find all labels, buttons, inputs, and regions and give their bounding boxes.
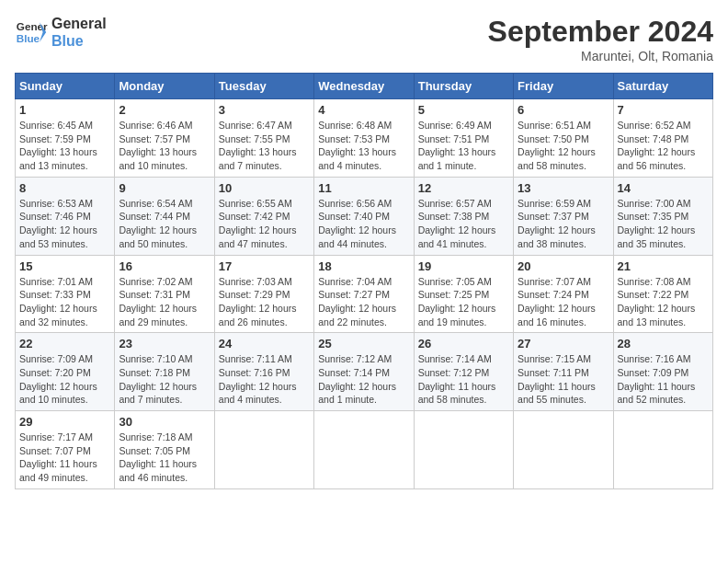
weekday-header-thursday: Thursday	[414, 74, 513, 99]
day-info: Sunrise: 6:52 AM Sunset: 7:48 PM Dayligh…	[618, 119, 709, 173]
calendar-cell: 9Sunrise: 6:54 AM Sunset: 7:44 PM Daylig…	[115, 177, 214, 255]
weekday-header-saturday: Saturday	[613, 74, 712, 99]
day-info: Sunrise: 7:11 AM Sunset: 7:16 PM Dayligh…	[219, 352, 310, 407]
calendar-cell: 10Sunrise: 6:55 AM Sunset: 7:42 PM Dayli…	[214, 177, 313, 255]
logo-general: General	[51, 15, 107, 32]
day-number: 16	[119, 259, 210, 273]
day-info: Sunrise: 7:14 AM Sunset: 7:12 PM Dayligh…	[418, 352, 509, 407]
calendar-cell	[414, 411, 513, 489]
calendar-cell: 16Sunrise: 7:02 AM Sunset: 7:31 PM Dayli…	[115, 255, 214, 333]
day-number: 14	[618, 181, 709, 195]
day-number: 15	[19, 259, 110, 273]
day-info: Sunrise: 6:46 AM Sunset: 7:57 PM Dayligh…	[119, 119, 210, 173]
day-info: Sunrise: 7:07 AM Sunset: 7:24 PM Dayligh…	[518, 275, 609, 329]
calendar-cell	[214, 411, 313, 489]
calendar-cell: 3Sunrise: 6:47 AM Sunset: 7:55 PM Daylig…	[214, 99, 313, 178]
day-number: 2	[119, 103, 210, 117]
day-number: 24	[219, 337, 310, 350]
day-number: 17	[219, 259, 310, 273]
day-info: Sunrise: 7:00 AM Sunset: 7:35 PM Dayligh…	[618, 197, 709, 251]
calendar-cell: 29Sunrise: 7:17 AM Sunset: 7:07 PM Dayli…	[16, 411, 115, 489]
calendar-cell: 24Sunrise: 7:11 AM Sunset: 7:16 PM Dayli…	[214, 333, 313, 411]
calendar-cell	[514, 411, 613, 489]
day-info: Sunrise: 6:53 AM Sunset: 7:46 PM Dayligh…	[19, 197, 110, 251]
calendar-cell: 1Sunrise: 6:45 AM Sunset: 7:59 PM Daylig…	[16, 99, 115, 178]
calendar-cell: 7Sunrise: 6:52 AM Sunset: 7:48 PM Daylig…	[613, 99, 712, 178]
day-number: 3	[219, 103, 310, 117]
calendar-cell: 17Sunrise: 7:03 AM Sunset: 7:29 PM Dayli…	[214, 255, 313, 333]
day-number: 18	[318, 259, 409, 273]
calendar-cell: 5Sunrise: 6:49 AM Sunset: 7:51 PM Daylig…	[414, 99, 513, 178]
day-number: 12	[418, 181, 509, 195]
day-number: 6	[518, 103, 609, 117]
title-block: September 2024 Maruntei, Olt, Romania	[488, 15, 713, 63]
day-info: Sunrise: 6:54 AM Sunset: 7:44 PM Dayligh…	[119, 197, 210, 251]
day-number: 4	[318, 103, 409, 117]
day-number: 29	[19, 415, 110, 429]
day-info: Sunrise: 7:17 AM Sunset: 7:07 PM Dayligh…	[19, 431, 110, 485]
day-number: 26	[418, 337, 509, 350]
day-info: Sunrise: 7:03 AM Sunset: 7:29 PM Dayligh…	[219, 275, 310, 329]
day-number: 10	[219, 181, 310, 195]
day-number: 19	[418, 259, 509, 273]
day-number: 5	[418, 103, 509, 117]
calendar-cell: 28Sunrise: 7:16 AM Sunset: 7:09 PM Dayli…	[613, 333, 712, 411]
calendar-cell: 12Sunrise: 6:57 AM Sunset: 7:38 PM Dayli…	[414, 177, 513, 255]
calendar-table: SundayMondayTuesdayWednesdayThursdayFrid…	[15, 73, 713, 489]
calendar-cell: 2Sunrise: 6:46 AM Sunset: 7:57 PM Daylig…	[115, 99, 214, 178]
day-info: Sunrise: 7:16 AM Sunset: 7:09 PM Dayligh…	[618, 352, 709, 407]
day-info: Sunrise: 7:12 AM Sunset: 7:14 PM Dayligh…	[318, 352, 409, 407]
day-info: Sunrise: 7:10 AM Sunset: 7:18 PM Dayligh…	[119, 352, 210, 407]
calendar-cell: 21Sunrise: 7:08 AM Sunset: 7:22 PM Dayli…	[613, 255, 712, 333]
day-number: 7	[618, 103, 709, 117]
logo-blue: Blue	[51, 32, 107, 50]
day-info: Sunrise: 6:45 AM Sunset: 7:59 PM Dayligh…	[19, 119, 110, 173]
calendar-cell: 6Sunrise: 6:51 AM Sunset: 7:50 PM Daylig…	[514, 99, 613, 178]
day-info: Sunrise: 6:59 AM Sunset: 7:37 PM Dayligh…	[518, 197, 609, 251]
day-number: 22	[19, 337, 110, 350]
calendar-cell: 8Sunrise: 6:53 AM Sunset: 7:46 PM Daylig…	[16, 177, 115, 255]
day-info: Sunrise: 6:49 AM Sunset: 7:51 PM Dayligh…	[418, 119, 509, 173]
svg-text:Blue: Blue	[17, 32, 40, 44]
day-info: Sunrise: 6:55 AM Sunset: 7:42 PM Dayligh…	[219, 197, 310, 251]
day-number: 30	[119, 415, 210, 429]
day-number: 11	[318, 181, 409, 195]
weekday-header-wednesday: Wednesday	[314, 74, 414, 99]
day-info: Sunrise: 7:02 AM Sunset: 7:31 PM Dayligh…	[119, 275, 210, 329]
calendar-cell: 13Sunrise: 6:59 AM Sunset: 7:37 PM Dayli…	[514, 177, 613, 255]
logo-icon: General Blue	[15, 16, 48, 49]
calendar-cell: 30Sunrise: 7:18 AM Sunset: 7:05 PM Dayli…	[115, 411, 214, 489]
day-number: 28	[618, 337, 709, 350]
logo: General Blue General Blue	[15, 15, 107, 50]
day-number: 13	[518, 181, 609, 195]
calendar-cell	[314, 411, 414, 489]
calendar-cell: 15Sunrise: 7:01 AM Sunset: 7:33 PM Dayli…	[16, 255, 115, 333]
day-number: 23	[119, 337, 210, 350]
day-number: 21	[618, 259, 709, 273]
calendar-cell: 19Sunrise: 7:05 AM Sunset: 7:25 PM Dayli…	[414, 255, 513, 333]
calendar-cell: 20Sunrise: 7:07 AM Sunset: 7:24 PM Dayli…	[514, 255, 613, 333]
day-info: Sunrise: 7:08 AM Sunset: 7:22 PM Dayligh…	[618, 275, 709, 329]
day-info: Sunrise: 6:57 AM Sunset: 7:38 PM Dayligh…	[418, 197, 509, 251]
day-info: Sunrise: 6:47 AM Sunset: 7:55 PM Dayligh…	[219, 119, 310, 173]
day-number: 27	[518, 337, 609, 350]
page-header: General Blue General Blue September 2024…	[15, 15, 713, 63]
calendar-cell: 22Sunrise: 7:09 AM Sunset: 7:20 PM Dayli…	[16, 333, 115, 411]
day-number: 25	[318, 337, 409, 350]
day-number: 9	[119, 181, 210, 195]
day-info: Sunrise: 7:09 AM Sunset: 7:20 PM Dayligh…	[19, 352, 110, 407]
day-number: 1	[19, 103, 110, 117]
day-info: Sunrise: 7:04 AM Sunset: 7:27 PM Dayligh…	[318, 275, 409, 329]
day-number: 20	[518, 259, 609, 273]
calendar-cell: 18Sunrise: 7:04 AM Sunset: 7:27 PM Dayli…	[314, 255, 414, 333]
day-info: Sunrise: 6:51 AM Sunset: 7:50 PM Dayligh…	[518, 119, 609, 173]
month-title: September 2024	[488, 15, 713, 49]
day-number: 8	[19, 181, 110, 195]
calendar-cell	[613, 411, 712, 489]
day-info: Sunrise: 6:56 AM Sunset: 7:40 PM Dayligh…	[318, 197, 409, 251]
day-info: Sunrise: 6:48 AM Sunset: 7:53 PM Dayligh…	[318, 119, 409, 173]
calendar-cell: 11Sunrise: 6:56 AM Sunset: 7:40 PM Dayli…	[314, 177, 414, 255]
weekday-header-sunday: Sunday	[16, 74, 115, 99]
calendar-cell: 27Sunrise: 7:15 AM Sunset: 7:11 PM Dayli…	[514, 333, 613, 411]
calendar-cell: 25Sunrise: 7:12 AM Sunset: 7:14 PM Dayli…	[314, 333, 414, 411]
